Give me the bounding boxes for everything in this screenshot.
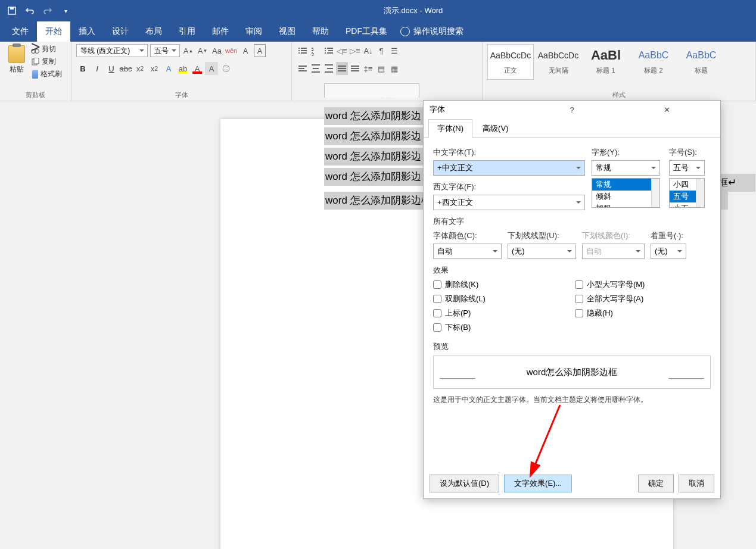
style-heading1[interactable]: AaBl标题 1: [583, 44, 629, 80]
subscript-button[interactable]: x2: [133, 62, 147, 75]
text-effect-button[interactable]: 文字效果(E)...: [504, 475, 572, 492]
enclose-button[interactable]: ㊁: [219, 62, 232, 75]
dialog-titlebar[interactable]: 字体 ? ✕: [424, 101, 720, 118]
dialog-title: 字体: [430, 104, 524, 115]
allcaps-checkbox[interactable]: 全部大写字母(A): [575, 294, 645, 304]
font-size-input[interactable]: 五号: [669, 160, 705, 176]
numbering-button[interactable]: 12: [310, 44, 322, 57]
font-style-input[interactable]: 常规: [592, 160, 660, 176]
redo-icon[interactable]: [43, 6, 52, 15]
align-center-button[interactable]: [310, 62, 322, 75]
superscript-button[interactable]: x2: [148, 62, 161, 75]
justify-button[interactable]: [336, 62, 348, 75]
align-left-button[interactable]: [297, 62, 309, 75]
distributed-button[interactable]: [349, 62, 361, 75]
scissors-icon: [31, 45, 39, 54]
highlight-button[interactable]: ab: [176, 62, 189, 75]
strikethrough-checkbox[interactable]: 删除线(K): [433, 279, 486, 290]
smallcaps-checkbox[interactable]: 小型大写字母(M): [575, 279, 645, 290]
save-icon[interactable]: [7, 6, 17, 15]
scrollbar[interactable]: [651, 179, 659, 207]
cn-font-combo[interactable]: +中文正文: [433, 160, 585, 176]
font-size-combo[interactable]: 五号: [150, 44, 180, 57]
en-font-combo[interactable]: +西文正文: [433, 195, 585, 210]
emphasis-combo[interactable]: (无): [651, 244, 686, 259]
tab-pdf[interactable]: PDF工具集: [337, 21, 396, 42]
tellme-search[interactable]: 操作说明搜索: [400, 21, 463, 42]
char-shading-button[interactable]: A: [205, 62, 218, 75]
tab-mailings[interactable]: 邮件: [204, 21, 237, 42]
font-color-combo[interactable]: 自动: [433, 244, 502, 259]
strikethrough-button[interactable]: abc: [119, 62, 132, 75]
ruler-indent-marker[interactable]: [324, 83, 419, 98]
format-painter-button[interactable]: 格式刷: [31, 69, 62, 79]
font-dialog: 字体 ? ✕ 字体(N) 高级(V) 中文字体(T): +中文正文 西文字体(F…: [423, 100, 721, 499]
change-case-button[interactable]: Aa: [211, 44, 223, 57]
font-size-list[interactable]: 小四 五号 小五: [669, 178, 705, 208]
show-marks-button[interactable]: ¶: [375, 44, 387, 57]
cut-button[interactable]: 剪切: [31, 44, 62, 54]
font-name-combo[interactable]: 等线 (西文正文): [76, 44, 148, 57]
hidden-checkbox[interactable]: 隐藏(H): [575, 308, 645, 319]
decrease-font-button[interactable]: A▼: [197, 44, 209, 57]
copy-button[interactable]: 复制: [31, 57, 62, 67]
double-strike-checkbox[interactable]: 双删除线(L): [433, 294, 486, 304]
group-font: 等线 (西文正文) 五号 A▲ A▼ Aa wén A A B I U abc …: [71, 42, 292, 101]
underline-color-label: 下划线颜色(I):: [582, 230, 645, 241]
subscript-checkbox[interactable]: 下标(B): [433, 322, 486, 333]
preview-note: 这是用于中文的正文主题字体。当前文档主题定义将使用哪种字体。: [433, 395, 711, 405]
scrollbar[interactable]: [696, 179, 704, 207]
borders-button[interactable]: ▦: [388, 62, 400, 75]
underline-color-combo[interactable]: 自动: [582, 244, 645, 259]
font-style-list[interactable]: 常规 倾斜 加粗: [592, 178, 660, 208]
set-default-button[interactable]: 设为默认值(D): [430, 475, 499, 492]
tab-insert[interactable]: 插入: [70, 21, 104, 42]
dialog-help-button[interactable]: ?: [524, 105, 619, 114]
style-normal[interactable]: AaBbCcDc正文: [487, 44, 534, 80]
tab-review[interactable]: 审阅: [237, 21, 270, 42]
dialog-close-button[interactable]: ✕: [620, 105, 714, 114]
group-styles: AaBbCcDc正文 AaBbCcDc无间隔 AaBl标题 1 AaBbC标题 …: [483, 42, 756, 101]
dialog-tab-font[interactable]: 字体(N): [428, 119, 472, 138]
decrease-indent-button[interactable]: ◁≡: [336, 44, 348, 57]
size-label: 字号(S):: [669, 147, 711, 158]
tab-file[interactable]: 文件: [4, 21, 37, 42]
paste-button[interactable]: 粘贴: [5, 44, 29, 74]
style-title[interactable]: AaBbC标题: [678, 44, 724, 80]
italic-button[interactable]: I: [91, 62, 104, 75]
underline-style-combo[interactable]: (无): [508, 244, 576, 259]
tab-help[interactable]: 帮助: [304, 21, 337, 42]
increase-font-button[interactable]: A▲: [182, 44, 194, 57]
multilevel-button[interactable]: [323, 44, 335, 57]
svg-rect-1: [10, 7, 14, 10]
cancel-button[interactable]: 取消: [679, 475, 714, 492]
tab-home[interactable]: 开始: [37, 21, 70, 42]
snap-button[interactable]: ☰: [388, 44, 400, 57]
line-spacing-button[interactable]: ‡≡: [362, 62, 374, 75]
char-border-button[interactable]: A: [254, 44, 266, 57]
shading-button[interactable]: ▤: [375, 62, 387, 75]
superscript-checkbox[interactable]: 上标(P): [433, 308, 486, 319]
tab-layout[interactable]: 布局: [137, 21, 170, 42]
align-right-button[interactable]: [323, 62, 335, 75]
ok-button[interactable]: 确定: [638, 475, 674, 492]
group-clipboard: 粘贴 剪切 复制 格式刷 剪贴板: [0, 42, 71, 101]
tab-view[interactable]: 视图: [270, 21, 304, 42]
bold-button[interactable]: B: [76, 62, 89, 75]
dialog-tab-advanced[interactable]: 高级(V): [474, 119, 517, 138]
font-color-button[interactable]: A: [191, 62, 204, 75]
font-group-label: 字体: [76, 89, 287, 99]
tab-references[interactable]: 引用: [170, 21, 204, 42]
sort-button[interactable]: A↓: [362, 44, 374, 57]
underline-button[interactable]: U: [105, 62, 118, 75]
phonetic-button[interactable]: wén: [225, 44, 237, 57]
clear-format-button[interactable]: A: [239, 44, 251, 57]
tab-design[interactable]: 设计: [104, 21, 137, 42]
text-effect-button[interactable]: A: [162, 62, 175, 75]
style-heading2[interactable]: AaBbC标题 2: [630, 44, 677, 80]
bullets-button[interactable]: [297, 44, 309, 57]
qat-customize-icon[interactable]: ▾: [61, 6, 70, 15]
style-nospacing[interactable]: AaBbCcDc无间隔: [535, 44, 581, 80]
undo-icon[interactable]: [25, 6, 35, 15]
increase-indent-button[interactable]: ▷≡: [349, 44, 361, 57]
